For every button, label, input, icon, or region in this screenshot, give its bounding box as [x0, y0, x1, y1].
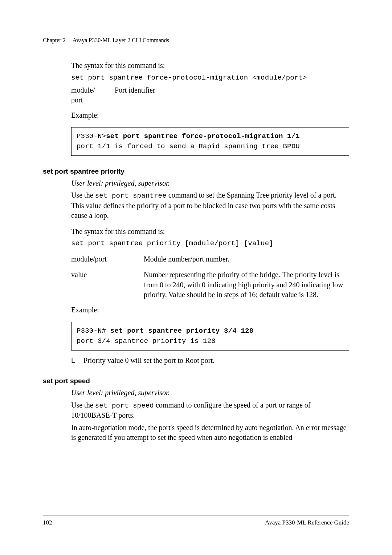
param-row: module/ port Port identifier: [71, 85, 349, 105]
syntax-line: set port spantree force-protocol-migrati…: [71, 73, 349, 82]
info-icon: L: [71, 356, 83, 366]
page-footer: 102 Avaya P330-ML Reference Guide: [43, 515, 349, 527]
param-value: Module number/port number.: [144, 254, 349, 264]
code-block: P330-N# set port spantree priority 3/4 1…: [71, 322, 349, 351]
header-rule: [43, 48, 349, 48]
param-row: module/port Module number/port number.: [71, 254, 349, 264]
user-level: User level: privileged, supervisor.: [71, 388, 349, 398]
book-title: Avaya P330-ML Reference Guide: [265, 518, 349, 527]
section-heading: set port speed: [43, 376, 349, 386]
param-row: value Number representing the priority o…: [71, 270, 349, 300]
description-2: In auto-negotiation mode, the port's spe…: [71, 423, 349, 443]
description: Use the set port spantree command to set…: [71, 190, 349, 220]
description: Use the set port speed command to config…: [71, 400, 349, 421]
section-heading: set port spantree priority: [43, 167, 349, 176]
note-text: Priority value 0 will set the port to Ro…: [83, 356, 215, 366]
running-head: Chapter 2 Avaya P330-ML Layer 2 CLI Comm…: [43, 36, 349, 44]
syntax-intro: The syntax for this command is:: [71, 61, 349, 71]
param-value: Number representing the priority of the …: [144, 270, 349, 300]
param-key: value: [71, 270, 144, 280]
code-block: P330-N>set port spantree force-protocol-…: [71, 127, 349, 156]
chapter-title: Avaya P330-ML Layer 2 CLI Commands: [73, 37, 169, 43]
note-row: L Priority value 0 will set the port to …: [71, 356, 349, 366]
footer-rule: [43, 515, 349, 515]
user-level: User level: privileged, supervisor.: [71, 178, 349, 189]
syntax-intro: The syntax for this command is:: [71, 227, 349, 237]
param-key: module/port: [71, 254, 144, 264]
syntax-line: set port spantree priority [module/port]…: [71, 239, 349, 248]
example-label: Example:: [71, 305, 349, 315]
param-table: module/port Module number/port number. v…: [71, 254, 349, 300]
param-value: Port identifier: [115, 85, 349, 96]
param-table: module/ port Port identifier: [71, 85, 349, 105]
example-label: Example:: [71, 110, 349, 121]
chapter-label: Chapter 2: [43, 37, 66, 43]
param-key: module/ port: [71, 85, 115, 105]
page-number: 102: [43, 518, 52, 527]
